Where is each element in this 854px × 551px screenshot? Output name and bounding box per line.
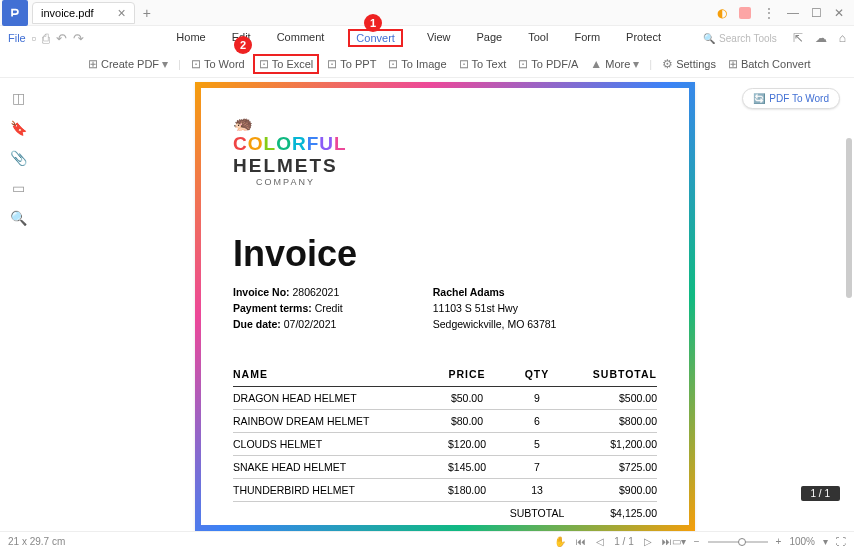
bookmark-icon[interactable]: 🔖 — [10, 120, 27, 136]
menu-tool[interactable]: Tool — [526, 29, 550, 47]
view-mode-icon[interactable]: ▭▾ — [672, 536, 686, 547]
print-icon[interactable]: ⎙ — [42, 31, 50, 46]
zoom-value[interactable]: 100% — [789, 536, 815, 547]
zoom-out-button[interactable]: − — [694, 536, 700, 547]
callout-1: 1 — [364, 14, 382, 32]
menu-view[interactable]: View — [425, 29, 453, 47]
menu-dots-icon[interactable]: ⋮ — [763, 6, 775, 20]
more-icon: ▲ — [590, 57, 602, 71]
company-logo: 🦔 COLORFUL HELMETS COMPANY — [233, 114, 657, 187]
notif-icon[interactable] — [739, 7, 751, 19]
zoom-slider[interactable] — [708, 541, 768, 543]
document-canvas: 🦔 COLORFUL HELMETS COMPANY Invoice Invoi… — [36, 78, 854, 531]
maximize-button[interactable]: ☐ — [811, 6, 822, 20]
statusbar: 21 x 29.7 cm ✋ ⏮ ◁ 1 / 1 ▷ ⏭ ▭▾ − + 100%… — [0, 531, 854, 551]
excel-icon: ⊡ — [259, 57, 269, 71]
invoice-table: NAME PRICE QTY SUBTOTAL DRAGON HEAD HELM… — [233, 368, 657, 524]
pdfa-icon: ⊡ — [518, 57, 528, 71]
last-page-icon[interactable]: ⏭ — [662, 536, 672, 547]
add-tab-button[interactable]: + — [143, 5, 151, 21]
search-panel-icon[interactable]: 🔍 — [10, 210, 27, 226]
chevron-down-icon: ▾ — [162, 57, 168, 71]
page-indicator: 1 / 1 — [801, 486, 840, 501]
menubar: File ▫ ⎙ ↶ ↷ Home Edit Comment Convert V… — [0, 26, 854, 50]
pdf-to-word-button[interactable]: 🔄 PDF To Word — [742, 88, 840, 109]
table-row: SNAKE HEAD HELMET$145.007$725.00 — [233, 456, 657, 479]
file-menu[interactable]: File — [8, 32, 26, 44]
search-icon: 🔍 — [703, 33, 715, 44]
text-icon: ⊡ — [459, 57, 469, 71]
close-tab-icon[interactable]: × — [118, 5, 126, 21]
chevron-down-icon[interactable]: ▾ — [823, 536, 828, 547]
to-word-button[interactable]: ⊡To Word — [187, 55, 249, 73]
callout-2: 2 — [234, 36, 252, 54]
menu-page[interactable]: Page — [475, 29, 505, 47]
word-icon: ⊡ — [191, 57, 201, 71]
page-dimensions: 21 x 29.7 cm — [8, 536, 554, 547]
search-tools[interactable]: 🔍 Search Tools — [703, 33, 777, 44]
to-text-button[interactable]: ⊡To Text — [455, 55, 511, 73]
fullscreen-icon[interactable]: ⛶ — [836, 536, 846, 547]
invoice-title: Invoice — [233, 233, 657, 275]
first-page-icon[interactable]: ⏮ — [576, 536, 586, 547]
menu-form[interactable]: Form — [572, 29, 602, 47]
table-row: RAINBOW DREAM HELMET$80.006$800.00 — [233, 410, 657, 433]
gear-icon: ⚙ — [662, 57, 673, 71]
create-pdf-button[interactable]: ⊞Create PDF▾ — [84, 55, 172, 73]
pdf-document: 🦔 COLORFUL HELMETS COMPANY Invoice Invoi… — [195, 82, 695, 531]
to-excel-button[interactable]: ⊡To Excel — [253, 54, 320, 74]
close-window-button[interactable]: ✕ — [834, 6, 844, 20]
subtotal-value: $4,125.00 — [567, 507, 657, 519]
to-image-button[interactable]: ⊡To Image — [384, 55, 450, 73]
table-row: CLOUDS HELMET$120.005$1,200.00 — [233, 433, 657, 456]
user-icon[interactable]: ◐ — [717, 6, 727, 20]
cloud-icon[interactable]: ☁ — [815, 31, 827, 45]
to-ppt-button[interactable]: ⊡To PPT — [323, 55, 380, 73]
convert-icon: 🔄 — [753, 93, 765, 104]
col-price-header: PRICE — [427, 368, 507, 380]
prev-page-icon[interactable]: ◁ — [596, 536, 604, 547]
toolbar: ⊞Create PDF▾ | ⊡To Word ⊡To Excel ⊡To PP… — [0, 50, 854, 78]
app-icon — [2, 0, 28, 26]
next-page-icon[interactable]: ▷ — [644, 536, 652, 547]
document-tab[interactable]: invoice.pdf × — [32, 2, 135, 24]
to-pdfa-button[interactable]: ⊡To PDF/A — [514, 55, 582, 73]
attachment-icon[interactable]: 📎 — [10, 150, 27, 166]
col-qty-header: QTY — [507, 368, 567, 380]
col-name-header: NAME — [233, 368, 427, 380]
batch-convert-button[interactable]: ⊞Batch Convert — [724, 55, 815, 73]
redo-icon[interactable]: ↷ — [73, 31, 84, 46]
invoice-info: Invoice No: 28062021 Payment terms: Cred… — [233, 285, 657, 332]
page-input[interactable]: 1 / 1 — [614, 536, 633, 547]
home-icon[interactable]: ⌂ — [839, 31, 846, 45]
subtotal-label: SUBTOTAL — [507, 507, 567, 519]
undo-icon[interactable]: ↶ — [56, 31, 67, 46]
menu-comment[interactable]: Comment — [275, 29, 327, 47]
more-button[interactable]: ▲More▾ — [586, 55, 643, 73]
tab-title: invoice.pdf — [41, 7, 94, 19]
thumbnails-icon[interactable]: ◫ — [12, 90, 25, 106]
sidebar: ◫ 🔖 📎 ▭ 🔍 — [0, 78, 36, 531]
menu-convert[interactable]: Convert — [348, 29, 403, 47]
table-row: THUNDERBIRD HELMET$180.0013$900.00 — [233, 479, 657, 502]
image-icon: ⊡ — [388, 57, 398, 71]
menu-home[interactable]: Home — [174, 29, 207, 47]
layers-icon[interactable]: ▭ — [12, 180, 25, 196]
titlebar: invoice.pdf × + ◐ ⋮ — ☐ ✕ — [0, 0, 854, 26]
settings-button[interactable]: ⚙Settings — [658, 55, 720, 73]
create-pdf-icon: ⊞ — [88, 57, 98, 71]
chevron-down-icon: ▾ — [633, 57, 639, 71]
minimize-button[interactable]: — — [787, 6, 799, 20]
table-row: DRAGON HEAD HELMET$50.009$500.00 — [233, 387, 657, 410]
vertical-scrollbar[interactable] — [846, 138, 852, 298]
menu-protect[interactable]: Protect — [624, 29, 663, 47]
window-controls: ◐ ⋮ — ☐ ✕ — [717, 6, 854, 20]
batch-icon: ⊞ — [728, 57, 738, 71]
share-icon[interactable]: ⇱ — [793, 31, 803, 45]
zoom-in-button[interactable]: + — [776, 536, 782, 547]
col-sub-header: SUBTOTAL — [567, 368, 657, 380]
save-icon[interactable]: ▫ — [32, 31, 37, 46]
ppt-icon: ⊡ — [327, 57, 337, 71]
hand-tool-icon[interactable]: ✋ — [554, 536, 566, 547]
